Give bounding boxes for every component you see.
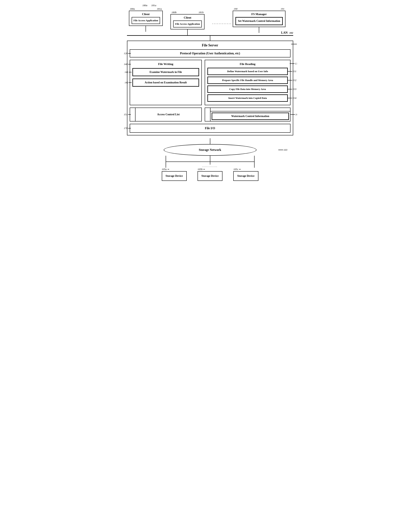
client2-title: Client <box>173 16 202 19</box>
ref-180a: 180a <box>142 4 147 7</box>
file-writing-title: File Writing <box>132 62 199 66</box>
wm-ctrl-box: Watermark Control Information <box>212 113 289 120</box>
ref-label-191: 191 <box>281 7 284 10</box>
storage-device-2-wrapper: 105b Storage Device <box>197 168 223 181</box>
set-watermark-box: Set Watermark Control Information <box>235 17 283 25</box>
ref-120: 120 <box>124 52 131 55</box>
lan-to-server-connector <box>210 36 210 41</box>
examine-watermark-box: Examine Watermark in File <box>132 68 199 76</box>
file-server-label: File Server <box>130 43 291 47</box>
ref-105a: 105a <box>162 168 167 171</box>
storage-area: ............ 105a Storage Device <box>127 156 293 181</box>
acl-box: Access Control List <box>130 108 202 122</box>
ref-151: 151 <box>124 113 131 116</box>
prepare-box: Prepare Specific File Handle and Memory … <box>207 77 288 84</box>
diagram: 180a 181a 180a 181a Client File Access A… <box>127 4 293 181</box>
ref-134: 134 <box>287 96 297 100</box>
acl-wm-row: 151 Access Control List 161 <box>130 108 291 122</box>
ref-105c: 105c <box>233 168 238 171</box>
copy-box: Copy File Data into Memory Area <box>207 86 288 93</box>
lan-line <box>127 35 293 36</box>
ref-142: 142 <box>125 81 132 84</box>
lan-label: LAN 102 <box>281 31 293 35</box>
storage-network-ellipse: Storage Network <box>164 144 257 156</box>
client2-app: File Access Application <box>173 20 202 27</box>
ref-label-180a: 180a <box>130 7 135 10</box>
file-writing-section: File Writing 141 Examine Watermark in Fi… <box>130 60 202 105</box>
action-box: Action based on Examination Result <box>132 79 199 87</box>
storage-device-3-wrapper: 105c Storage Device <box>233 168 258 181</box>
ref-103: 103 <box>278 148 287 151</box>
storage-network-wrapper: Storage Network 103 <box>127 144 293 156</box>
storage-device-2: Storage Device <box>197 171 223 181</box>
storage-device-3: Storage Device <box>233 171 258 181</box>
wm-ctrl-section: 161 Watermark Control Information <box>205 108 290 122</box>
client1-app: File Access Application <box>132 17 160 24</box>
ref-label-190: 190 <box>234 7 238 10</box>
ref-170: 170 <box>124 127 131 130</box>
ref-132: 132 <box>287 79 297 82</box>
client1-title: Client <box>132 13 160 16</box>
file-reading-title: File Reading <box>207 62 288 66</box>
ref-161: 161 <box>290 113 297 116</box>
ref-141: 141 <box>125 70 132 74</box>
fs-manager-title: FS Manager <box>235 13 283 16</box>
ref-131: 131 <box>287 70 297 73</box>
ref-100: 100 <box>291 43 297 46</box>
file-server-box: 100 File Server 120 Protocol Operation (… <box>127 41 293 135</box>
protocol-box: Protocol Operation (User Authentication,… <box>130 49 291 57</box>
file-reading-section: 130 File Reading 131 Define Watermark ba… <box>205 60 290 105</box>
ref-105b: 105b <box>197 168 203 171</box>
dots-separator: ............ <box>212 7 232 25</box>
define-watermark-box: Define Watermark based on User Info <box>207 68 288 75</box>
ref-130: 130 <box>290 62 297 65</box>
server-to-storage-connector <box>210 138 210 144</box>
ref-133: 133 <box>287 88 297 91</box>
file-io-box: File I/O <box>130 124 291 133</box>
ref-181a: 181a <box>151 4 156 7</box>
ref-label-181b: 181b <box>198 11 204 14</box>
acl-label: Access Control List <box>136 108 202 121</box>
ref-label-180b: 180b <box>171 11 176 14</box>
storage-device-1-wrapper: 105a Storage Device <box>162 168 187 181</box>
insert-box: Insert Watermark into Copied Data <box>207 94 288 102</box>
ref-label-181a: 181a <box>157 7 162 10</box>
storage-device-1: Storage Device <box>162 171 187 181</box>
